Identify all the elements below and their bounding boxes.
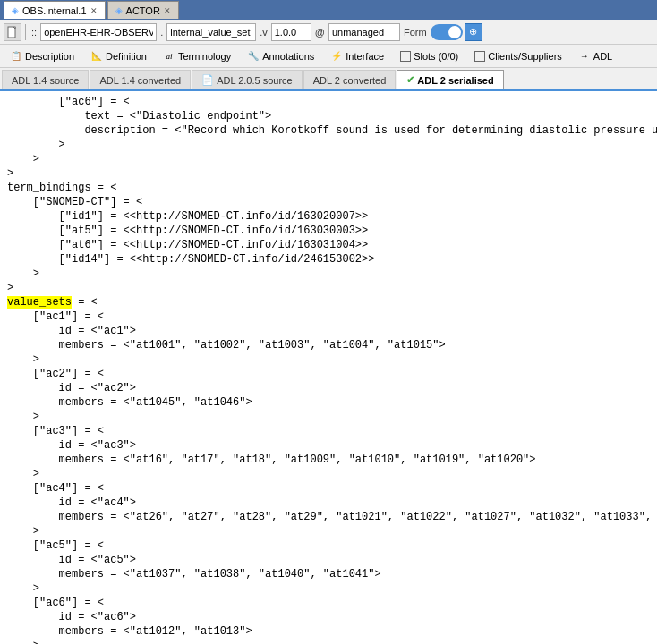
menubar: 📋 Description 📐 Definition ai Terminolog… bbox=[0, 45, 657, 68]
adl-icon: → bbox=[578, 50, 591, 63]
slots-icon bbox=[400, 51, 411, 62]
subtab-adl14conv-label: ADL 1.4 converted bbox=[99, 75, 181, 86]
tab-actor-icon: ◈ bbox=[115, 5, 123, 15]
path-sep1: :: bbox=[30, 27, 38, 38]
definition-icon: 📐 bbox=[90, 50, 103, 63]
toolbar: :: . .v @ Form ⊕ bbox=[0, 20, 657, 45]
form-label: Form bbox=[402, 27, 429, 38]
menu-slots-label: Slots (0/0) bbox=[414, 51, 458, 62]
form-toggle[interactable] bbox=[431, 24, 463, 40]
subtab-adl2ser-label: ADL 2 serialised bbox=[417, 75, 493, 86]
version-prefix: .v bbox=[258, 27, 269, 38]
menu-clients-label: Clients/Suppliers bbox=[488, 51, 562, 62]
subtab-adl205src[interactable]: 📄 ADL 2.0.5 source bbox=[192, 70, 303, 89]
status-input[interactable] bbox=[328, 23, 400, 41]
subtab-adl205src-icon: 📄 bbox=[201, 74, 214, 86]
menu-slots[interactable]: Slots (0/0) bbox=[392, 45, 466, 67]
clients-icon bbox=[474, 51, 485, 62]
menu-description[interactable]: 📋 Description bbox=[2, 45, 82, 67]
code-area[interactable]: ["ac6"] = < text = <"Diastolic endpoint"… bbox=[0, 91, 657, 644]
subtab-adl14conv[interactable]: ADL 1.4 converted bbox=[90, 70, 191, 89]
title-bar: ◈ OBS.internal.1 ✕ ◈ ACTOR ✕ bbox=[0, 0, 657, 20]
sep1 bbox=[25, 24, 26, 40]
menu-adl[interactable]: → ADL bbox=[570, 45, 620, 67]
menu-adl-label: ADL bbox=[593, 51, 612, 62]
menu-terminology[interactable]: ai Terminology bbox=[155, 45, 239, 67]
menu-annotations-label: Annotations bbox=[262, 51, 314, 62]
version-input[interactable] bbox=[271, 23, 311, 41]
tab-obs-label: OBS.internal.1 bbox=[22, 5, 87, 16]
subtab-adl2conv-label: ADL 2 converted bbox=[313, 75, 387, 86]
terminology-icon: ai bbox=[163, 50, 175, 63]
path-input1[interactable] bbox=[40, 23, 157, 41]
tab-actor-close[interactable]: ✕ bbox=[164, 6, 171, 15]
tab-obs-icon: ◈ bbox=[12, 5, 19, 15]
interface-icon: ⚡ bbox=[330, 50, 343, 63]
path-input2[interactable] bbox=[166, 23, 256, 41]
tab-actor-label: ACTOR bbox=[126, 5, 160, 16]
path-sep2: . bbox=[158, 27, 165, 38]
subtabbar: ADL 1.4 source ADL 1.4 converted 📄 ADL 2… bbox=[0, 68, 657, 91]
tab-obs-close[interactable]: ✕ bbox=[90, 6, 98, 15]
subtab-adl205src-label: ADL 2.0.5 source bbox=[217, 75, 293, 86]
highlighted-word: value_sets bbox=[7, 296, 72, 309]
file-icon[interactable] bbox=[4, 23, 21, 41]
subtab-adl2conv[interactable]: ADL 2 converted bbox=[303, 70, 397, 89]
menu-definition-label: Definition bbox=[106, 51, 147, 62]
menu-annotations[interactable]: 🔧 Annotations bbox=[239, 45, 322, 67]
menu-clients[interactable]: Clients/Suppliers bbox=[466, 45, 570, 67]
description-icon: 📋 bbox=[10, 50, 22, 63]
svg-rect-0 bbox=[8, 27, 15, 38]
menu-description-label: Description bbox=[25, 51, 74, 62]
tab-actor[interactable]: ◈ ACTOR ✕ bbox=[107, 1, 179, 19]
menu-terminology-label: Terminology bbox=[178, 51, 231, 62]
menu-interface-label: Interface bbox=[346, 51, 384, 62]
menu-definition[interactable]: 📐 Definition bbox=[82, 45, 155, 67]
subtab-adl14src[interactable]: ADL 1.4 source bbox=[2, 70, 89, 89]
annotations-icon: 🔧 bbox=[247, 50, 260, 63]
tab-obs[interactable]: ◈ OBS.internal.1 ✕ bbox=[4, 1, 106, 19]
at-sign: @ bbox=[313, 27, 327, 38]
subtab-adl2ser[interactable]: ✔ ADL 2 serialised bbox=[397, 70, 503, 89]
subtab-adl2ser-check: ✔ bbox=[406, 74, 414, 86]
menu-interface[interactable]: ⚡ Interface bbox=[322, 45, 392, 67]
subtab-adl14src-label: ADL 1.4 source bbox=[12, 75, 79, 86]
extra-icon[interactable]: ⊕ bbox=[465, 23, 482, 41]
